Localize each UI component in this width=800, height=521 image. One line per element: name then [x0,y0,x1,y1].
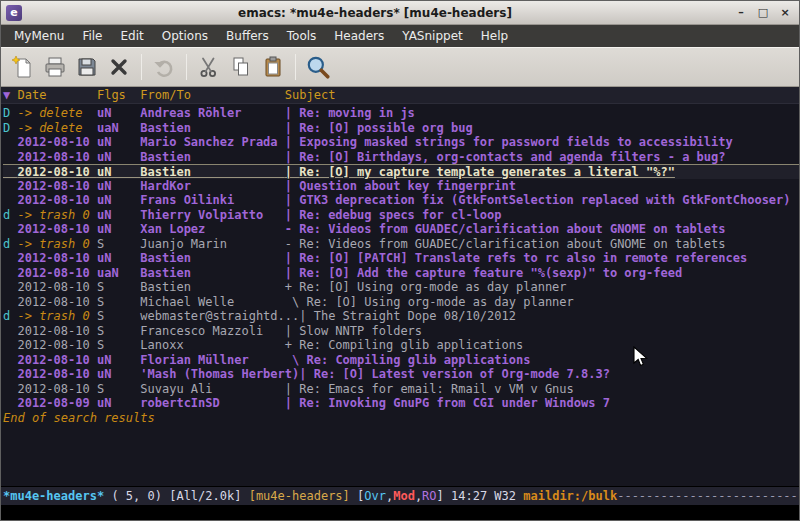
row-from: Bastien [140,150,285,164]
column-header-from[interactable]: From/To [140,88,285,102]
message-row[interactable]: d -> trash 0 S Juanjo Marin - Re: Videos… [3,237,799,252]
row-date: 2012-08-10 [17,353,96,367]
print-icon [43,55,67,79]
row-mark [3,324,17,338]
row-from: Michael Welle [140,295,285,309]
row-subject: Re: Invoking GnuPG from CGI under Window… [299,396,610,410]
message-row[interactable]: 2012-08-10 uN Florian Müllner \ Re: Comp… [3,353,799,368]
column-header-subject[interactable]: Subject [285,88,336,102]
row-subject: Re: Videos from GUADEC/clarification abo… [299,237,725,251]
message-row[interactable]: 2012-08-10 uN Mario Sanchez Prada | Expo… [3,135,799,150]
row-from: robertcInSD [140,396,285,410]
menu-item-help[interactable]: Help [472,26,517,46]
row-subject: GTK3 deprecation fix (GtkFontSelection r… [299,193,790,207]
cut-button[interactable] [193,51,225,83]
row-subject: Re: [O] Add the capture feature "%(sexp)… [299,266,682,280]
row-subject: Re: edebug specs for cl-loop [299,208,501,222]
row-mark [3,295,17,309]
new-file-icon [11,55,35,79]
mode-line-segment: Mod [393,489,415,503]
paste-button[interactable] [257,51,289,83]
row-flags: S [97,338,140,352]
message-row[interactable]: 2012-08-10 uN 'Mash (Thomas Herbert)| Re… [3,367,799,382]
row-flags: uN [97,165,140,179]
header-line: ▼ Date Flgs From/To Subject [1,87,799,104]
row-date: 2012-08-10 [17,266,96,280]
message-row[interactable]: D -> delete uaN Bastien | Re: [O] possib… [3,121,799,136]
message-row[interactable]: 2012-08-10 uN Bastien | Re: [O] Birthday… [3,150,799,165]
close-button[interactable]: × [776,5,794,21]
row-subject: Re: [O] my capture template generates a … [299,165,675,179]
menu-item-tools[interactable]: Tools [278,26,326,46]
minimize-button[interactable]: – [732,5,750,21]
row-mark [3,280,17,294]
row-date: 2012-08-10 [17,150,96,164]
row-from: Lanoxx [140,338,285,352]
message-row[interactable]: 2012-08-10 uN Frans Oilinki | GTK3 depre… [3,193,799,208]
window-titlebar: e emacs: *mu4e-headers* [mu4e-headers] –… [1,1,799,25]
row-mark [3,367,17,381]
row-date: 2012-08-10 [17,295,96,309]
row-date: 2012-08-10 [17,338,96,352]
row-subject: Re: [O] [PATCH] Translate refs to rc als… [299,251,747,265]
maximize-button[interactable]: □ [754,5,772,21]
row-mark [3,179,17,193]
mode-line-segment: RO [422,489,436,503]
toolbar-separator [141,54,142,80]
column-header-flags[interactable]: Flgs [97,88,140,102]
row-date: 2012-08-10 [17,193,96,207]
row-from: Bastien [140,121,285,135]
mode-line-segment: ----------------------------------------… [617,489,799,503]
new-file-button[interactable] [7,51,39,83]
mode-line: *mu4e-headers* ( 5, 0) [All/2.0k] [mu4e-… [1,486,799,505]
row-date: 2012-08-10 [17,251,96,265]
message-row[interactable]: 2012-08-10 uN Bastien | Re: [O] [PATCH] … [3,251,799,266]
row-mark [3,382,17,396]
menu-item-options[interactable]: Options [153,26,217,46]
message-row[interactable]: 2012-08-10 S Lanoxx + Re: Compiling glib… [3,338,799,353]
message-row[interactable]: 2012-08-10 uN Bastien | Re: [O] my captu… [3,164,799,179]
sort-indicator-icon: ▼ [3,88,17,102]
menu-item-edit[interactable]: Edit [112,26,153,46]
row-thread-indicator: | [299,367,313,381]
message-row[interactable]: 2012-08-10 uN HardKor | Question about k… [3,179,799,194]
row-mark [3,135,17,149]
search-button[interactable] [302,51,334,83]
echo-area[interactable] [1,505,799,520]
menu-item-file[interactable]: File [73,26,111,46]
save-button[interactable] [71,51,103,83]
row-from: Suvayu Ali [140,382,285,396]
message-row[interactable]: d -> trash 0 S webmaster@straightd...| T… [3,309,799,324]
message-row[interactable]: 2012-08-10 uN Xan Lopez - Re: Videos fro… [3,222,799,237]
cut-icon [197,55,221,79]
menu-item-yasnippet[interactable]: YASnippet [393,26,472,46]
row-subject: Slow NNTP folders [299,324,422,338]
row-mark: D [3,106,17,120]
row-mark [3,353,17,367]
message-row[interactable]: D -> delete uN Andreas Röhler | Re: movi… [3,106,799,121]
menu-item-mymenu[interactable]: MyMenu [5,26,73,46]
menu-item-headers[interactable]: Headers [325,26,393,46]
close-buffer-button[interactable] [103,51,135,83]
message-row[interactable]: 2012-08-10 S Bastien + Re: [O] Using org… [3,280,799,295]
message-row[interactable]: 2012-08-10 S Suvayu Ali | Re: Emacs for … [3,382,799,397]
row-from: HardKor [140,179,285,193]
message-row[interactable]: 2012-08-10 S Michael Welle \ Re: [O] Usi… [3,295,799,310]
toolbar-separator [295,54,296,80]
undo-button[interactable] [148,51,180,83]
row-mark [3,193,17,207]
row-flags: uN [97,106,140,120]
message-row[interactable]: 2012-08-09 uN robertcInSD | Re: Invoking… [3,396,799,411]
message-row[interactable]: 2012-08-10 S Francesco Mazzoli | Slow NN… [3,324,799,339]
row-thread-indicator: \ [285,353,307,367]
print-button[interactable] [39,51,71,83]
message-row[interactable]: 2012-08-10 uaN Bastien | Re: [O] Add the… [3,266,799,281]
row-flags: uN [97,150,140,164]
copy-button[interactable] [225,51,257,83]
menu-item-buffers[interactable]: Buffers [217,26,278,46]
search-icon [305,54,331,80]
row-date: 2012-08-10 [17,382,96,396]
column-header-date[interactable]: Date [17,88,96,102]
mode-line-segment: *mu4e-headers* [3,489,104,503]
message-row[interactable]: d -> trash 0 uN Thierry Volpiatto | Re: … [3,208,799,223]
